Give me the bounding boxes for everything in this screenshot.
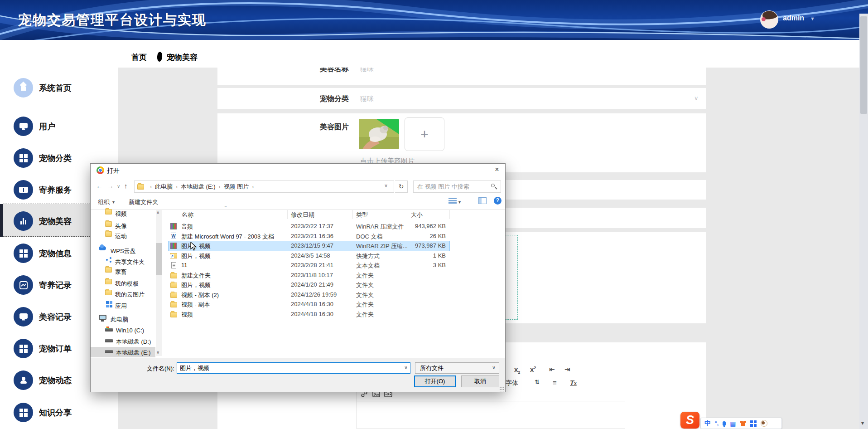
search-input[interactable]: 在 视频 图片 中搜索 [413, 180, 501, 193]
subscript-icon[interactable]: x2 [514, 366, 520, 375]
column-type[interactable]: 类型 [356, 211, 368, 219]
back-icon[interactable]: ← [96, 182, 103, 190]
chevron-down-icon[interactable]: ▼ [810, 16, 815, 21]
column-size[interactable]: 大小 [411, 211, 423, 219]
toolbox-grid-icon[interactable] [750, 420, 753, 423]
dialog-title: 打开 [107, 167, 120, 175]
preview-pane-icon[interactable] [478, 197, 487, 204]
organize-menu[interactable]: 组织 [98, 198, 110, 206]
file-row[interactable]: 图片，视频2024/1/20 21:49文件夹 [169, 280, 449, 290]
category-label: 宠物分类 [320, 94, 349, 104]
page-scrollbar-thumb[interactable] [860, 16, 867, 114]
sort-indicator-icon: ˆ [225, 205, 227, 212]
font-select[interactable]: 字体 [506, 379, 518, 387]
path-this-pc[interactable]: 此电脑 [155, 183, 173, 191]
app-header: 宠物交易管理平台设计与实现 [0, 0, 868, 40]
filename-label: 文件名(N): [147, 365, 174, 373]
monitor-icon [14, 307, 33, 327]
filetype-dropdown-icon[interactable]: ∨ [492, 365, 496, 370]
help-icon[interactable]: ? [494, 197, 502, 205]
file-row[interactable]: 音频2023/2/22 17:37WinRAR 压缩文件943,962 KB [169, 222, 449, 231]
file-row[interactable]: 112023/2/28 21:41文本文档3 KB [169, 261, 449, 270]
monitor-icon [14, 117, 33, 136]
uploaded-cat-image[interactable] [359, 119, 399, 149]
filetype-select[interactable]: 所有文件 [415, 362, 499, 374]
view-dropdown-icon[interactable]: ▾ [458, 200, 461, 205]
sogou-logo-icon[interactable]: S [680, 412, 699, 429]
indent-icon[interactable]: ⇥ [564, 366, 570, 374]
chevron-down-icon[interactable]: ▾ [112, 200, 115, 205]
close-icon[interactable]: × [490, 166, 504, 176]
refresh-icon[interactable]: ↻ [395, 180, 408, 193]
breadcrumb-home[interactable]: 首页 [131, 52, 147, 63]
form-row-name: 美容名称 猫咪 [217, 68, 706, 85]
keyboard-icon[interactable]: ▦ [730, 420, 736, 427]
file-row[interactable]: W 新建 Microsoft Word 97 - 2003 文档2023/2/2… [169, 232, 449, 241]
sidebar-item-knowledge-share[interactable]: 知识分享 [0, 402, 118, 424]
folder-icon [170, 292, 177, 298]
scrollbar-down-arrow-icon[interactable]: ▾ [861, 420, 864, 426]
home-icon [14, 78, 33, 98]
file-row[interactable]: 视频2024/4/18 16:30文件夹 [169, 310, 449, 319]
word-icon: W [171, 233, 176, 239]
filename-input[interactable]: 图片，视频 [177, 362, 410, 374]
sidebar-item-users[interactable]: 用户 [0, 116, 118, 137]
nav-scroll-up-icon[interactable]: ∧ [156, 210, 159, 215]
nav-scrollbar-thumb[interactable] [156, 243, 162, 275]
file-row[interactable]: 视频 - 副本 (2)2024/12/26 19:59文件夹 [169, 290, 449, 300]
view-list-icon[interactable] [448, 198, 457, 204]
file-row[interactable]: 图片，视频2024/3/5 14:58快捷方式1 KB [169, 251, 449, 261]
history-chevron-icon[interactable]: ∨ [117, 184, 120, 189]
up-icon[interactable]: ↑ [124, 182, 128, 190]
open-file-dialog: 打开 × ← → ∨ ↑ › 此电脑 › 本地磁盘 (E:) › 视频 图片 ›… [90, 163, 506, 392]
avatar[interactable] [760, 10, 778, 29]
name-input[interactable]: 猫咪 [360, 68, 374, 73]
forward-icon[interactable]: → [107, 182, 114, 190]
open-button[interactable]: 打开(O) [414, 375, 456, 387]
toolbar-band [0, 40, 859, 68]
sidebar-item-home[interactable]: 系统首页 [0, 77, 118, 99]
new-folder-button[interactable]: 新建文件夹 [129, 198, 158, 206]
folder-icon [170, 312, 177, 317]
filename-dropdown-icon[interactable]: ∨ [404, 365, 408, 370]
ime-mode[interactable]: 中 [704, 419, 711, 428]
username[interactable]: admin [783, 14, 804, 22]
upload-plus-button[interactable]: + [405, 117, 444, 151]
category-select[interactable]: 猫咪 [360, 95, 374, 103]
path-drive-e[interactable]: 本地磁盘 (E:) [181, 183, 216, 191]
outdent-icon[interactable]: ⇤ [549, 366, 555, 374]
column-date[interactable]: 修改日期 [291, 211, 314, 219]
microphone-icon[interactable] [723, 421, 726, 426]
address-bar[interactable]: › 此电脑 › 本地磁盘 (E:) › 视频 图片 › [134, 180, 394, 193]
cancel-button[interactable]: 取消 [461, 375, 499, 387]
name-label: 美容名称 [320, 68, 349, 74]
text-file-icon [171, 262, 176, 268]
superscript-icon[interactable]: x2 [530, 366, 536, 373]
updown-icon[interactable]: ⇅ [535, 379, 540, 385]
user-icon [14, 370, 33, 390]
shortcut-icon [170, 253, 177, 258]
ime-toolbar[interactable]: 中 °, ▦ [700, 418, 782, 429]
column-name[interactable]: 名称 [182, 211, 193, 219]
address-dropdown-icon[interactable]: ∨ [384, 183, 388, 189]
emoji-dog-icon[interactable] [761, 420, 767, 427]
grid-icon [14, 148, 33, 168]
ticket-icon [14, 180, 33, 200]
file-row[interactable]: 视频 - 副本2024/4/18 16:30文件夹 [169, 300, 449, 309]
winrar-icon [170, 223, 177, 229]
page-title: 宠物交易管理平台设计与实现 [18, 11, 207, 29]
line-height-icon[interactable]: ≡ [553, 379, 557, 386]
folder-icon [170, 302, 177, 307]
skin-icon[interactable] [740, 421, 746, 426]
path-folder[interactable]: 视频 图片 [224, 183, 249, 191]
nav-scrollbar[interactable] [156, 210, 162, 356]
resize-grip[interactable] [499, 387, 504, 391]
nav-scroll-down-icon[interactable]: ∨ [156, 350, 159, 355]
line-chart-icon [14, 275, 33, 295]
file-row[interactable]: 新建文件夹2023/11/8 10:17文件夹 [169, 271, 449, 280]
folder-icon [170, 273, 177, 278]
clear-format-icon[interactable]: Tx [570, 379, 577, 386]
file-row-selected[interactable]: 图片，视频2023/12/15 9:47WinRAR ZIP 压缩...973,… [169, 241, 449, 251]
chevron-down-icon[interactable]: ∨ [694, 95, 699, 102]
ime-punct[interactable]: °, [715, 420, 719, 427]
